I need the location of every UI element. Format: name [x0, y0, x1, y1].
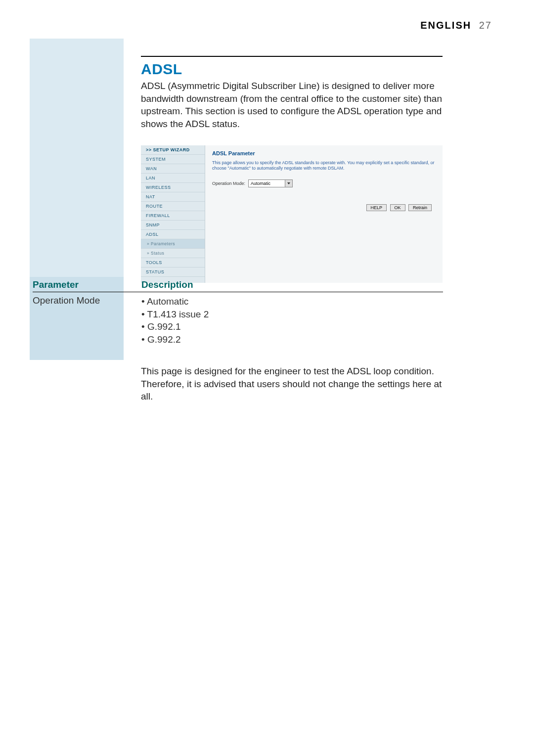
nav-wan[interactable]: WAN	[141, 164, 205, 174]
nav-system[interactable]: SYSTEM	[141, 155, 205, 164]
nav-nat[interactable]: NAT	[141, 192, 205, 202]
parameter-table: Parameter Description Operation Mode Aut…	[33, 279, 443, 346]
page-number: 27	[479, 20, 492, 31]
nav-status-sub[interactable]: » Status	[141, 249, 205, 258]
chevron-down-icon	[287, 182, 290, 184]
retrain-button[interactable]: Retrain	[408, 204, 432, 211]
operation-mode-value: Automatic	[251, 181, 270, 186]
table-header-row: Parameter Description	[33, 279, 443, 292]
router-nav: >> SETUP WIZARD SYSTEM WAN LAN WIRELESS …	[141, 145, 205, 283]
operation-mode-row: Operation Mode: Automatic	[212, 179, 436, 187]
nav-snmp[interactable]: SNMP	[141, 221, 205, 230]
router-main-panel: ADSL Parameter This page allows you to s…	[205, 145, 443, 283]
help-button[interactable]: HELP	[366, 204, 387, 211]
param-name: Operation Mode	[33, 295, 141, 346]
nav-tools[interactable]: TOOLS	[141, 258, 205, 267]
nav-parameters[interactable]: » Parameters	[141, 239, 205, 249]
nav-adsl[interactable]: ADSL	[141, 230, 205, 239]
intro-text: ADSL (Asymmetric Digital Subscriber Line…	[141, 80, 443, 131]
section-title: ADSL	[141, 61, 443, 78]
operation-mode-select[interactable]: Automatic	[248, 179, 293, 187]
table-header-description: Description	[141, 279, 193, 290]
closing-note: This page is designed for the engineer t…	[141, 365, 443, 403]
router-screenshot: >> SETUP WIZARD SYSTEM WAN LAN WIRELESS …	[141, 145, 443, 283]
option-list: Automatic T1.413 issue 2 G.992.1 G.992.2	[141, 295, 209, 346]
table-header-parameter: Parameter	[33, 279, 141, 290]
nav-lan[interactable]: LAN	[141, 174, 205, 183]
nav-firewall[interactable]: FIREWALL	[141, 211, 205, 221]
language-label: ENGLISH	[420, 20, 471, 31]
page-header: ENGLISH 27	[420, 20, 492, 31]
table-row: Operation Mode Automatic T1.413 issue 2 …	[33, 295, 443, 346]
nav-route[interactable]: ROUTE	[141, 202, 205, 211]
panel-title: ADSL Parameter	[212, 150, 436, 156]
nav-status[interactable]: STATUS	[141, 267, 205, 277]
nav-wireless[interactable]: WIRELESS	[141, 183, 205, 192]
ok-button[interactable]: OK	[390, 204, 405, 211]
option-g9921: G.992.1	[141, 320, 209, 333]
title-rule	[141, 56, 443, 57]
option-automatic: Automatic	[141, 295, 209, 308]
option-t1413: T1.413 issue 2	[141, 308, 209, 321]
button-row: HELP OK Retrain	[212, 202, 436, 211]
option-g9922: G.992.2	[141, 333, 209, 346]
nav-setup-wizard[interactable]: >> SETUP WIZARD	[141, 145, 205, 155]
operation-mode-label: Operation Mode:	[212, 181, 245, 186]
panel-description: This page allows you to specify the ADSL…	[212, 160, 436, 172]
param-description: Automatic T1.413 issue 2 G.992.1 G.992.2	[141, 295, 209, 346]
